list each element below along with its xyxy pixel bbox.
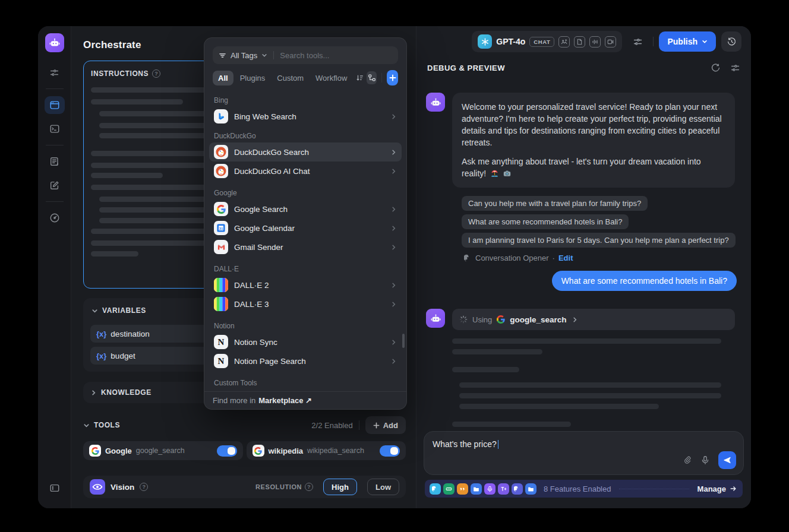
instructions-title: INSTRUCTIONS — [91, 69, 149, 78]
chevron-right-icon — [90, 390, 97, 396]
send-icon — [723, 456, 731, 464]
section-label: Custom Tools — [214, 379, 402, 387]
rail-divider — [46, 201, 64, 202]
chevron-right-icon — [390, 339, 397, 346]
chevron-right-icon — [390, 225, 397, 232]
tool-row-notion-page-search[interactable]: N Notion Page Search — [213, 352, 402, 370]
mic-icon[interactable] — [700, 455, 710, 465]
group-by-tree-icon[interactable] — [367, 71, 377, 84]
tool-chip-google[interactable]: Google google_search — [83, 441, 243, 460]
tab-workflow[interactable]: Workflow — [310, 71, 352, 86]
sidebar-item-logs-icon[interactable] — [45, 153, 65, 170]
sidebar-item-compose-icon[interactable] — [45, 176, 65, 194]
help-icon[interactable]: ? — [152, 69, 160, 78]
filter-icon — [219, 52, 226, 59]
chevron-right-icon — [390, 149, 397, 156]
tuning-icon[interactable] — [45, 64, 65, 81]
tool-row-google-search[interactable]: Google Search — [213, 200, 402, 218]
google-calendar-icon: 31 — [214, 221, 228, 235]
tool-row-dalle-2[interactable]: DALL·E 2 — [213, 276, 402, 294]
chat-preview: Welcome to your personalized travel serv… — [416, 78, 751, 431]
google-icon — [497, 315, 505, 324]
sort-icon[interactable] — [355, 71, 365, 84]
tool-row-pets[interactable]: pets — [213, 390, 402, 391]
chat-bolt-feature-icon — [512, 483, 523, 495]
attach-icon[interactable] — [683, 455, 692, 465]
notion-icon: N — [214, 335, 228, 349]
wikipedia-tool-toggle[interactable] — [380, 445, 400, 457]
audio-waveform-icon — [589, 36, 601, 48]
left-rail — [38, 26, 71, 508]
tab-custom[interactable]: Custom — [272, 71, 309, 86]
publish-button[interactable]: Publish — [659, 31, 716, 52]
chevron-right-icon — [390, 113, 397, 120]
tool-call-pill[interactable]: Using google_search — [452, 309, 735, 330]
tool-row-duckduckgo-search[interactable]: DuckDuckGo Search — [209, 142, 402, 162]
input-feature-icon — [443, 483, 455, 495]
vision-card: Vision ? RESOLUTION? High Low — [83, 476, 406, 498]
streaming-response-skeleton — [452, 338, 735, 431]
divider — [359, 420, 359, 430]
popup-scrollbar[interactable] — [402, 334, 405, 348]
composer-input[interactable]: What's the price? — [433, 439, 497, 449]
tool-row-notion-sync[interactable]: N Notion Sync — [213, 332, 402, 352]
features-bar[interactable]: 8 Features Enabled Manage — [425, 480, 743, 498]
folder-feature-icon — [471, 483, 482, 495]
beach-with-umbrella-emoji — [490, 169, 499, 178]
tags-filter[interactable]: All Tags — [231, 51, 257, 60]
preview-settings-icon[interactable] — [730, 63, 740, 73]
tool-row-duckduckgo-ai-chat[interactable]: DuckDuckGo AI Chat — [213, 162, 402, 180]
version-history-icon[interactable] — [721, 31, 741, 52]
tools-tabs: All Plugins Custom Workflow — [213, 70, 398, 86]
manage-features-link[interactable]: Manage — [698, 484, 737, 493]
tool-row-gmail-sender[interactable]: Gmail Sender — [213, 238, 402, 256]
chevron-down-icon — [83, 422, 90, 429]
google-icon — [89, 445, 101, 457]
suggestion-chip[interactable]: I am planning travel to Paris for 5 days… — [462, 233, 736, 248]
search-tools-input[interactable]: Search tools... — [280, 51, 329, 60]
tools-collapse[interactable]: TOOLS — [83, 421, 120, 429]
create-tool-button[interactable] — [387, 70, 398, 86]
divider — [381, 73, 382, 83]
arrow-right-icon — [730, 485, 737, 492]
notion-icon: N — [214, 354, 228, 368]
tools-title: TOOLS — [94, 421, 120, 429]
resolution-low-button[interactable]: Low — [367, 479, 399, 495]
sidebar-item-builder-icon[interactable] — [45, 96, 65, 114]
edit-opener-link[interactable]: Edit — [558, 254, 573, 262]
tool-row-bing-web-search[interactable]: Bing Web Search — [213, 107, 402, 126]
debug-panel: GPT-4o CHAT Publish DEBUG & PREVIEW — [416, 26, 751, 508]
chevron-right-icon — [390, 206, 397, 213]
tools-search-bar[interactable]: All Tags Search tools... — [213, 46, 398, 64]
add-tool-button[interactable]: Add — [365, 416, 406, 434]
chevron-down-icon — [91, 308, 98, 314]
send-button[interactable] — [718, 451, 736, 469]
collapse-sidebar-icon[interactable] — [45, 479, 65, 497]
help-icon[interactable]: ? — [305, 483, 313, 491]
tool-row-dalle-3[interactable]: DALL·E 3 — [213, 294, 402, 314]
google-tool-toggle[interactable] — [217, 445, 237, 457]
help-icon[interactable]: ? — [140, 483, 148, 491]
suggestion-chip[interactable]: Can you help me with a travel plan for f… — [462, 196, 648, 211]
model-tuning-icon[interactable] — [627, 31, 648, 52]
refresh-icon[interactable] — [711, 63, 721, 73]
tab-all[interactable]: All — [213, 71, 233, 86]
tab-plugins[interactable]: Plugins — [235, 71, 271, 86]
rail-divider — [46, 88, 64, 89]
tools-popup: All Tags Search tools... All Plugins Cus… — [204, 37, 407, 410]
debug-preview-header: DEBUG & PREVIEW — [416, 57, 751, 78]
marketplace-link[interactable]: Marketplace ↗ — [258, 396, 312, 405]
message-composer[interactable]: What's the price? — [424, 431, 744, 475]
openai-logo-icon — [478, 34, 492, 49]
dalle-icon — [214, 297, 228, 311]
google-icon — [253, 445, 264, 457]
section-label: DuckDuckGo — [214, 132, 402, 140]
resolution-high-button[interactable]: High — [323, 479, 357, 495]
model-selector[interactable]: GPT-4o CHAT — [472, 31, 622, 52]
tool-chip-wikipedia[interactable]: wikipedia wikipedia_search — [247, 441, 406, 460]
sidebar-item-terminal-icon[interactable] — [45, 120, 65, 138]
sidebar-item-dashboard-icon[interactable] — [45, 209, 65, 227]
tool-row-google-calendar[interactable]: 31 Google Calendar — [213, 218, 402, 238]
suggestion-chip[interactable]: What are some recommended hotels in Bali… — [462, 214, 629, 229]
assistant-tool-message: Using google_search — [426, 309, 737, 431]
